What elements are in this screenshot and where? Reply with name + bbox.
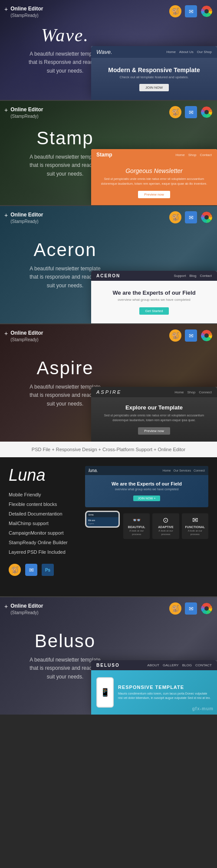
svg-point-7 (204, 333, 209, 338)
stamp-preview-logo: Stamp (96, 152, 112, 158)
monkey-icon-stamp[interactable]: 🐒 (169, 106, 181, 118)
mail-icon-beluso[interactable]: ✉ (185, 602, 197, 615)
luna-right: luna. Home Our Services Connect We are t… (85, 466, 208, 576)
luna-feature-2: Flexible content blocks (9, 499, 78, 509)
luna-cta-btn[interactable]: JOIN NOW + (133, 496, 160, 501)
aspire-badge[interactable]: + Online Editor (StampReady) (4, 329, 43, 343)
svg-point-3 (204, 110, 209, 114)
luna-desktop-preview: luna. Home Our Services Connect We are t… (85, 466, 208, 507)
aceron-section: + Online Editor (StampReady) 🐒 ✉ (0, 206, 217, 323)
plus-icon-aspire: + (4, 330, 8, 337)
aspire-cta-btn[interactable]: Preview now (138, 427, 170, 435)
stamp-preview-card: Stamp Home Shop Contact Gorgeous Newslet… (91, 149, 217, 205)
beluso-title: Beluso (26, 631, 104, 652)
aceron-icons-row: 🐒 ✉ (169, 211, 213, 225)
stamp-icons-row: 🐒 ✉ (169, 106, 213, 120)
svg-point-5 (204, 215, 209, 219)
aceron-hero-title: We are the Experts of our Field (96, 289, 212, 296)
aceron-cta-btn[interactable]: Get Started (139, 307, 169, 315)
luna-feature-functional: ✉ FUNCTIONAL A look at our process (182, 513, 208, 539)
plus-icon: + (4, 6, 8, 13)
wave-section: + Online Editor (StampReady) 🐒 ✉ (0, 0, 217, 100)
wave-preview-logo: Wave. (96, 49, 112, 55)
luna-section: Luna Mobile Friendly Flexible content bl… (0, 457, 217, 596)
wave-hero-sub: Check out all template featured and upda… (96, 75, 212, 79)
aspire-preview-logo: ASPIRE (96, 389, 122, 395)
luna-mobile-preview: luna. We are Experts (85, 511, 120, 528)
aspire-hero-title: Explore our Template (96, 404, 212, 411)
luna-feature-beautiful: 👓 BEAUTIFUL A look at our process (123, 513, 150, 539)
stamp-section: + Online Editor (StampReady) 🐒 ✉ (0, 101, 217, 205)
svg-point-9 (204, 606, 209, 611)
luna-feature-6: StampReady Online Builder (9, 538, 78, 547)
beluso-hero-body: Mauris condimentum odio lorem, cum lacus… (118, 692, 212, 701)
colorwheel-icon-aspire[interactable] (201, 329, 213, 343)
functional-name: FUNCTIONAL (184, 525, 206, 529)
wave-hero-title: Modern & Responsive Template (96, 67, 212, 73)
mail-icon-aspire[interactable]: ✉ (185, 329, 197, 342)
aspire-badge-label: Online Editor (10, 329, 43, 337)
aceron-preview-hero: We are the Experts of our Field overview… (91, 281, 217, 323)
aspire-preview-card: ASPIRE Home Shop Connect Explore our Tem… (91, 387, 217, 442)
luna-icons-row: 🐒 ✉ Ps (9, 564, 78, 576)
luna-feature-5: CampaignMonitor support (9, 528, 78, 538)
wave-icons-row: 🐒 ✉ (169, 5, 213, 19)
monkey-icon[interactable]: 🐒 (169, 5, 181, 17)
mail-icon-stamp[interactable]: ✉ (185, 106, 197, 118)
luna-preview-logo: luna. (89, 468, 98, 473)
wave-preview-card: Wave. Home About Us Our Shop Modern & Re… (91, 46, 217, 100)
colorwheel-icon-aceron[interactable] (201, 211, 213, 225)
stamp-hero-title: Gorgeous Newsletter (96, 167, 212, 174)
aceron-preview-header: ACERON Support Blog Contact (91, 271, 217, 281)
luna-mobile-header: luna. (86, 512, 118, 517)
functional-desc: A look at our process (184, 529, 206, 536)
adaptive-desc: A look at our process (155, 529, 176, 536)
luna-feature-adaptive: ⊙ ADAPTIVE A look at our process (152, 513, 179, 539)
luna-preview-hero-title: We are the Experts of our Field (89, 481, 204, 486)
colorwheel-icon-beluso[interactable] (201, 602, 213, 616)
mail-icon-aceron[interactable]: ✉ (185, 211, 197, 223)
monkey-icon-aceron[interactable]: 🐒 (169, 211, 181, 223)
gfx-watermark: gfx-mum (192, 706, 214, 711)
wave-badge-sub: (StampReady) (10, 13, 43, 19)
aspire-badge-sub: (StampReady) (10, 337, 43, 343)
monkey-icon-luna[interactable]: 🐒 (9, 564, 21, 576)
stamp-badge[interactable]: + Online Editor (StampReady) (4, 106, 43, 120)
features-bar: PSD File + Responsive Design + Cross-Pla… (0, 442, 217, 457)
beluso-badge[interactable]: + Online Editor (StampReady) (4, 602, 43, 616)
aceron-title: Aceron (26, 239, 104, 260)
features-text: PSD File + Responsive Design + Cross-Pla… (32, 447, 185, 452)
plus-icon-aceron: + (4, 212, 8, 219)
beluso-section: + Online Editor (StampReady) 🐒 ✉ (0, 597, 217, 715)
wave-badge[interactable]: + Online Editor (StampReady) (4, 5, 43, 19)
plus-icon-stamp: + (4, 106, 8, 113)
beluso-preview-header: BELUSO ABOUT GALLERY BLOG CONTACT (91, 660, 217, 670)
wave-preview-header: Wave. Home About Us Our Shop (91, 46, 217, 58)
mail-icon-luna[interactable]: ✉ (25, 564, 37, 576)
mail-icon[interactable]: ✉ (185, 5, 197, 17)
beluso-hero-text-area: RESPONSIVE TEMPLATE Mauris condimentum o… (118, 685, 212, 701)
colorwheel-icon-stamp[interactable] (201, 106, 213, 120)
aspire-preview-nav: Home Shop Connect (174, 390, 212, 394)
adaptive-icon: ⊙ (155, 516, 176, 524)
aceron-preview-card: ACERON Support Blog Contact We are the E… (91, 271, 217, 323)
aspire-preview-header: ASPIRE Home Shop Connect (91, 387, 217, 397)
stamp-preview-nav: Home Shop Contact (175, 153, 212, 157)
stamp-cta-btn[interactable]: Preview now (138, 191, 170, 198)
aceron-badge[interactable]: + Online Editor (StampReady) (4, 211, 43, 225)
functional-icon: ✉ (184, 516, 206, 524)
monkey-icon-beluso[interactable]: 🐒 (169, 602, 181, 615)
aspire-title: Aspire (26, 358, 104, 379)
luna-features-list: Mobile Friendly Flexible content blocks … (9, 490, 78, 557)
beluso-phone-icon: 📱 (96, 677, 114, 708)
ps-icon-luna[interactable]: Ps (42, 564, 54, 576)
aspire-section: + Online Editor (StampReady) 🐒 ✉ (0, 324, 217, 442)
aceron-badge-sub: (StampReady) (10, 219, 43, 225)
aceron-preview-logo: ACERON (96, 273, 120, 278)
colorwheel-icon[interactable] (201, 5, 213, 19)
stamp-hero-text: Sed ut perspiciatis unde omnis iste natu… (96, 177, 212, 186)
wave-cta-btn[interactable]: JOIN NOW (139, 84, 169, 91)
monkey-icon-aspire[interactable]: 🐒 (169, 329, 181, 342)
luna-feature-3: Detailed Documentantion (9, 509, 78, 519)
wave-title: Wave. (26, 25, 104, 46)
